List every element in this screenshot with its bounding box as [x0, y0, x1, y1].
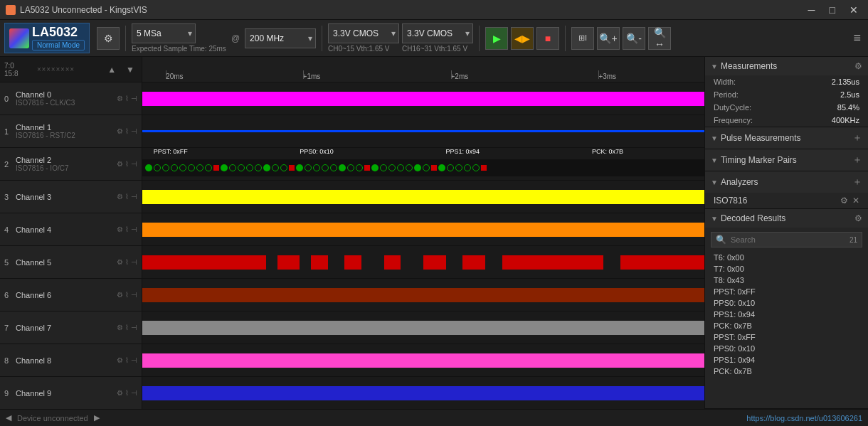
bit — [406, 164, 413, 171]
ch9-gear[interactable]: ⚙ — [117, 389, 123, 397]
decoded-results-header[interactable]: ▼ Decoded Results ⚙ — [705, 209, 868, 228]
search-box[interactable]: 🔍 21 — [711, 232, 862, 247]
waveform-ch3[interactable] — [142, 181, 704, 213]
cursor-button[interactable]: ⊞I — [571, 27, 594, 50]
ch2-edge[interactable]: ⊣ — [131, 160, 137, 168]
ch4-gear[interactable]: ⚙ — [117, 225, 123, 233]
timing-add-button[interactable]: ＋ — [852, 154, 862, 166]
timing-marker-header[interactable]: ▼ Timing Marker Pairs ＋ — [705, 149, 868, 171]
decoded-item[interactable]: PCK: 0x7B — [705, 320, 868, 331]
waveform-ch4[interactable] — [142, 213, 704, 246]
ch3-gear[interactable]: ⚙ — [117, 193, 123, 201]
waveform-ch9[interactable] — [142, 377, 704, 409]
ch1-edge[interactable]: ⊣ — [131, 127, 137, 135]
decoded-item[interactable]: PPS1: 0x94 — [705, 309, 868, 320]
ch0-gear[interactable]: ⚙ — [117, 95, 123, 102]
pulse-add-button[interactable]: ＋ — [852, 132, 862, 144]
wf-ch9-bar — [142, 386, 704, 400]
maximize-button[interactable]: □ — [825, 3, 840, 17]
timing-marker-section: ▼ Timing Marker Pairs ＋ — [705, 149, 868, 171]
ch5-gear[interactable]: ⚙ — [117, 258, 123, 266]
voltage1-dropdown[interactable]: 3.3V CMOS — [328, 23, 399, 43]
waveform-ch5[interactable] — [142, 246, 704, 279]
ch0-edge[interactable]: ⊣ — [131, 95, 137, 102]
stop-button[interactable]: ■ — [536, 27, 559, 50]
bit — [371, 164, 379, 171]
ch6-edge[interactable]: ⊣ — [131, 291, 137, 299]
decoded-item[interactable]: T7: 0x00 — [705, 263, 868, 275]
bit-stop — [364, 165, 370, 171]
decoded-item[interactable]: PPST: 0xFF — [705, 286, 868, 297]
waveform-ch7[interactable] — [142, 311, 704, 344]
scroll-left-btn[interactable]: ◀ — [6, 413, 11, 422]
ch8-wave[interactable]: ⌇ — [125, 356, 129, 364]
ch9-edge[interactable]: ⊣ — [131, 389, 137, 397]
ch4-edge[interactable]: ⊣ — [131, 225, 137, 233]
ch5-wave[interactable]: ⌇ — [125, 258, 129, 266]
wf-ch5-seg5 — [384, 255, 401, 270]
ch5-edge[interactable]: ⊣ — [131, 258, 137, 266]
decoded-title: Decoded Results — [721, 213, 785, 223]
waveform-ch2[interactable]: PPST: 0xFF PPS0: 0x10 PPS1: 0x94 PCK: 0x… — [142, 148, 704, 181]
waveform-ch0[interactable] — [142, 82, 704, 115]
ch0-wave[interactable]: ⌇ — [125, 95, 129, 102]
decoded-gear-button[interactable]: ⚙ — [854, 213, 862, 223]
close-button[interactable]: ✕ — [845, 3, 862, 17]
timeline-area: 20ms +1ms +2ms +3ms — [142, 57, 704, 409]
analyzers-header[interactable]: ▼ Analyzers ＋ — [705, 171, 868, 193]
gear-button[interactable]: ⚙ — [97, 27, 120, 50]
ch3-edge[interactable]: ⊣ — [131, 193, 137, 201]
hamburger-menu[interactable]: ≡ — [850, 28, 864, 48]
measurements-header[interactable]: ▼ Measurements ⚙ — [705, 57, 868, 75]
decoded-item[interactable]: PPS0: 0x10 — [705, 297, 868, 309]
up-arrow[interactable]: ▲ — [105, 63, 119, 76]
ch4-wave[interactable]: ⌇ — [125, 225, 129, 233]
sample-rate-dropdown[interactable]: 5 MSa — [132, 23, 196, 43]
ch6-wave[interactable]: ⌇ — [125, 291, 129, 299]
ch6-gear[interactable]: ⚙ — [117, 291, 123, 299]
decoded-item[interactable]: T6: 0x00 — [705, 252, 868, 263]
timeline-ruler[interactable]: 20ms +1ms +2ms +3ms — [142, 57, 704, 82]
down-arrow[interactable]: ▼ — [123, 63, 137, 76]
ch8-edge[interactable]: ⊣ — [131, 356, 137, 364]
ch9-wave[interactable]: ⌇ — [125, 389, 129, 397]
decoded-item[interactable]: PPS1: 0x94 — [705, 354, 868, 366]
bit — [171, 164, 178, 171]
zoom-button2[interactable]: 🔍- — [623, 27, 645, 50]
ch7-edge[interactable]: ⊣ — [131, 324, 137, 331]
wf-ch3-bar — [142, 190, 704, 204]
search-input[interactable] — [731, 235, 845, 244]
ch2-wave[interactable]: ⌇ — [125, 160, 129, 168]
waveform-ch6[interactable] — [142, 279, 704, 311]
ch7-wave[interactable]: ⌇ — [125, 324, 129, 331]
ch2-label-pck: PCK: 0x7B — [592, 148, 623, 155]
decoded-chevron: ▼ — [711, 215, 718, 223]
ch3-wave[interactable]: ⌇ — [125, 193, 129, 201]
bit — [196, 164, 203, 171]
waveform-ch1[interactable] — [142, 115, 704, 148]
ch2-gear[interactable]: ⚙ — [117, 160, 123, 168]
play-button[interactable]: ▶ — [485, 27, 508, 50]
pulse-measurements-header[interactable]: ▼ Pulse Measurements ＋ — [705, 127, 868, 149]
ch1-wave[interactable]: ⌇ — [125, 127, 129, 135]
record-button[interactable]: ◀▶ — [511, 27, 534, 50]
ch7-gear[interactable]: ⚙ — [117, 324, 123, 331]
minimize-button[interactable]: ─ — [804, 3, 820, 17]
voltage2-dropdown[interactable]: 3.3V CMOS — [402, 23, 473, 43]
clock-freq-dropdown[interactable]: 200 MHz — [245, 28, 316, 48]
ch8-gear[interactable]: ⚙ — [117, 356, 123, 364]
analyzers-add-button[interactable]: ＋ — [852, 176, 862, 188]
measurements-gear[interactable]: ⚙ — [854, 61, 862, 71]
search-count: 21 — [850, 236, 857, 244]
zoom-button3[interactable]: 🔍↔ — [648, 27, 671, 50]
waveform-ch8[interactable] — [142, 344, 704, 377]
decoded-item[interactable]: PPS0: 0x10 — [705, 343, 868, 354]
decoded-item[interactable]: PCK: 0x7B — [705, 366, 868, 377]
decoded-item[interactable]: T8: 0x43 — [705, 275, 868, 286]
analyzer-close-button[interactable]: ✕ — [852, 196, 859, 206]
analyzer-gear-button[interactable]: ⚙ — [840, 196, 848, 206]
scroll-right-btn[interactable]: ▶ — [94, 413, 100, 422]
zoom-button1[interactable]: 🔍+ — [597, 27, 620, 50]
ch1-gear[interactable]: ⚙ — [117, 127, 123, 135]
decoded-item[interactable]: PPST: 0xFF — [705, 331, 868, 343]
